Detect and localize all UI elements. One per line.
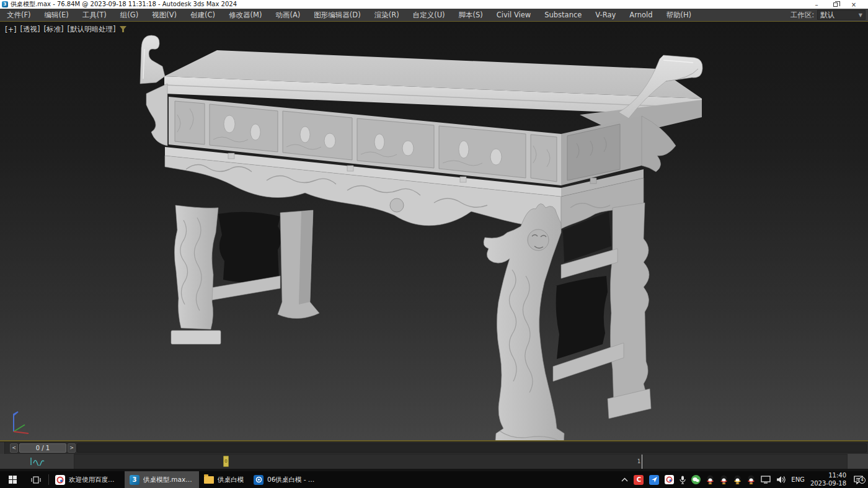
windows-logo-icon [9,476,17,484]
time-slider-handle[interactable]: 0 / 1 [19,443,66,453]
viewport-menu-pov[interactable]: [透视] [20,25,40,34]
timeline-splitter[interactable] [0,442,5,454]
track-bar-row: 0 1 [0,454,868,469]
folder-icon [204,476,214,484]
curve-editor-icon [29,457,46,466]
time-slider-track[interactable] [77,443,867,453]
windows-taskbar: 欢迎使用百度网盘 3 供桌模型.max - 76... 供桌白模 06供桌白模 … [0,471,868,488]
time-slider-row: < 0 / 1 > [0,441,868,454]
workspace-selector: 工作区: 默认 ▼ [790,10,866,20]
workspace-dropdown[interactable]: 默认 ▼ [817,10,866,20]
time-slider-key-marker[interactable]: 0 [223,456,229,467]
menu-arnold[interactable]: Arnold [622,9,659,21]
thunder-tray-icon[interactable] [649,475,659,485]
qq-tray-icon-2[interactable] [720,475,728,484]
menu-views[interactable]: 视图(V) [145,9,184,21]
menu-create[interactable]: 创建(C) [184,9,222,21]
c-app-tray-icon[interactable]: C [634,475,644,485]
left-end-bracket [146,84,167,146]
minimize-button[interactable]: – [807,0,826,9]
workspace-label: 工作区: [790,11,814,20]
restore-icon [833,2,838,7]
task-view-icon [31,476,41,484]
end-frame-tick: 1 [637,455,642,469]
menu-edit[interactable]: 编辑(E) [38,9,76,21]
menu-vray[interactable]: V-Ray [588,9,622,21]
3ds-max-window: 3 供桌模型.max - 76.84M @ 2023-09-18 11:31:1… [0,0,868,488]
menu-modifiers[interactable]: 修改器(M) [222,9,268,21]
world-axis-icon [7,408,36,435]
taskbar-item-folder[interactable]: 供桌白模 [199,471,249,488]
start-button[interactable] [0,471,25,488]
viewport-menu-general[interactable]: [+] [5,25,17,34]
next-frame-button[interactable]: > [68,443,76,453]
menu-help[interactable]: 帮助(H) [659,9,698,21]
menu-rendering[interactable]: 渲染(R) [368,9,406,21]
qq-tray-icon-3[interactable] [733,475,742,484]
menu-animation[interactable]: 动画(A) [269,9,308,21]
taskbar-item-baidu-netdisk[interactable]: 欢迎使用百度网盘 [50,471,125,488]
previous-frame-button[interactable]: < [10,443,18,453]
clock-time: 11:40 [810,472,846,480]
taskbar-clock[interactable]: 11:40 2023-09-18 [810,472,846,487]
volume-icon[interactable] [776,476,786,484]
system-tray: C [621,471,868,488]
menu-graph-editors[interactable]: 图形编辑器(D) [307,9,367,21]
menu-scripting[interactable]: 脚本(S) [452,9,490,21]
taskbar-separator [48,474,49,485]
viewport-menu-shading[interactable]: [默认明暗处理] [68,25,116,34]
display-network-icon[interactable] [761,476,771,484]
qq-tray-icon-1[interactable] [706,475,714,484]
baidu-netdisk-icon [55,475,65,485]
task-view-button[interactable] [25,471,47,488]
title-bar: 3 供桌模型.max - 76.84M @ 2023-09-18 11:31:1… [0,0,868,9]
menu-group[interactable]: 组(G) [113,9,145,21]
per-view-filter-icon[interactable] [120,26,127,33]
language-indicator[interactable]: ENG [791,476,805,483]
app-icon: 3 [2,1,8,7]
mini-curve-editor-button[interactable] [0,454,74,469]
altar-table-model[interactable] [0,21,868,441]
action-center-button[interactable]: 4 [852,476,864,484]
baidu-netdisk-tray-icon[interactable] [665,475,674,484]
3ds-max-icon: 3 [130,475,140,485]
viewport-label: [+] [透视] [标准] [默认明暗处理] [5,25,127,34]
close-button[interactable]: × [844,0,863,9]
wechat-icon[interactable] [691,475,701,484]
acdsee-icon [254,475,264,485]
qq-tray-icon-4[interactable] [747,475,755,484]
notification-count-badge: 4 [859,477,866,484]
window-title: 供桌模型.max - 76.84M @ 2023-09-18 11:31:18 … [11,0,807,9]
menu-substance[interactable]: Substance [538,9,588,21]
clock-date: 2023-09-18 [810,480,846,488]
viewport-menu-standard[interactable]: [标准] [44,25,64,34]
perspective-viewport[interactable]: [+] [透视] [标准] [默认明暗处理] [0,21,868,441]
restore-button[interactable] [826,0,844,9]
track-bar-end-cap [847,454,868,469]
menu-civil-view[interactable]: Civil View [490,9,538,21]
menu-file[interactable]: 文件(F) [0,9,38,21]
chevron-down-icon: ▼ [859,12,862,18]
menu-customize[interactable]: 自定义(U) [406,9,452,21]
microphone-icon[interactable] [680,476,686,484]
right-trestle [484,203,651,441]
workspace-value: 默认 [820,11,835,20]
left-trestle [171,205,319,344]
menu-tools[interactable]: 工具(T) [76,9,113,21]
left-flange [140,35,165,84]
menu-bar: 文件(F) 编辑(E) 工具(T) 组(G) 视图(V) 创建(C) 修改器(M… [0,9,868,21]
taskbar-item-3ds-max[interactable]: 3 供桌模型.max - 76... [125,471,199,488]
chevron-up-icon[interactable] [621,477,628,482]
track-bar[interactable]: 0 1 [74,454,847,469]
taskbar-item-acdsee[interactable]: 06供桌白模 - ACD... [249,471,323,488]
